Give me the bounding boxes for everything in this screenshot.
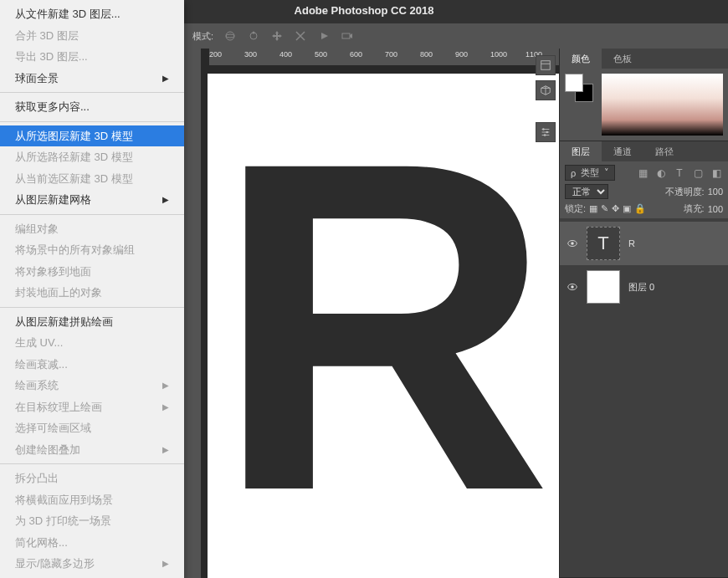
filter-shape-icon[interactable]: ▢ (691, 166, 705, 180)
menu-item-label: 简化网格... (15, 535, 68, 551)
menu-item[interactable]: 球面全景▶ (0, 68, 184, 90)
color-swatch[interactable] (565, 74, 593, 102)
menu-item-label: 从所选图层新建 3D 模型 (15, 128, 133, 145)
options-bar: 模式: (184, 23, 728, 49)
layer-name[interactable]: 图层 0 (628, 281, 721, 294)
orbit-3d-icon[interactable] (223, 29, 237, 43)
lock-artboard-icon[interactable]: ▣ (623, 203, 631, 214)
pan-3d-icon[interactable] (270, 29, 284, 43)
horizontal-ruler: 200300400500600700800900100011001200 (209, 49, 559, 65)
fill-label: 填充: (684, 202, 705, 215)
menu-divider (0, 121, 184, 122)
menu-item: 从 3D 图层生成工作路径 (0, 575, 184, 579)
menu-item: 选择可绘画区域 (0, 417, 184, 439)
menu-item: 为 3D 打印统一场景 (0, 510, 184, 532)
filter-image-icon[interactable]: ▦ (636, 166, 649, 180)
mode-label: 模式: (192, 30, 213, 43)
submenu-arrow-icon: ▶ (162, 443, 169, 456)
tab-color[interactable]: 颜色 (560, 49, 602, 69)
filter-smart-icon[interactable]: ◧ (710, 166, 723, 180)
svg-point-12 (542, 128, 545, 130)
tab-layers[interactable]: 图层 (560, 141, 602, 161)
layer-name[interactable]: R (628, 238, 721, 248)
fill-value[interactable]: 100 (708, 204, 723, 214)
menu-item: 从所选路径新建 3D 模型 (0, 146, 184, 168)
menu-item[interactable]: 从文件新建 3D 图层... (0, 3, 184, 25)
menu-item-label: 生成 UV... (15, 335, 63, 351)
canvas-area: 200300400500600700800900100011001200 R (184, 49, 559, 578)
blend-mode-dropdown[interactable]: 正常 (565, 184, 608, 199)
menu-item: 编组对象 (0, 218, 184, 240)
foreground-color[interactable] (565, 74, 583, 92)
app-title: Adobe Photoshop CC 2018 (295, 4, 434, 17)
document-canvas[interactable]: R (208, 74, 559, 578)
menu-item: 将对象移到地面 (0, 261, 184, 283)
menu-item-label: 导出 3D 图层... (15, 49, 88, 65)
menu-item-label: 在目标纹理上绘画 (15, 399, 102, 416)
ruler-tick: 400 (279, 50, 292, 59)
ruler-tick: 300 (244, 50, 257, 59)
tab-paths[interactable]: 路径 (643, 141, 685, 161)
scale-3d-icon[interactable] (317, 29, 331, 43)
menu-item[interactable]: 从图层新建拼贴绘画 (0, 311, 184, 333)
svg-point-18 (571, 285, 574, 289)
menu-item: 简化网格... (0, 532, 184, 554)
ruler-tick: 500 (315, 50, 327, 59)
menu-item-label: 获取更多内容... (15, 99, 90, 115)
menu-item-label: 将横截面应用到场景 (15, 492, 113, 509)
color-spectrum[interactable] (602, 74, 723, 136)
tab-swatches[interactable]: 色板 (602, 49, 643, 69)
svg-point-0 (226, 32, 234, 40)
layer-row[interactable]: TR (560, 222, 728, 265)
ruler-tick: 800 (420, 50, 433, 59)
ruler-tick: 700 (385, 50, 397, 59)
menu-item: 导出 3D 图层... (0, 46, 184, 68)
3d-icon[interactable] (536, 80, 556, 100)
camera-3d-icon[interactable] (341, 29, 354, 43)
filter-adjust-icon[interactable]: ◐ (654, 166, 668, 180)
slide-3d-icon[interactable] (294, 29, 307, 43)
menu-item-label: 从图层新建拼贴绘画 (15, 314, 113, 330)
menu-item-label: 将对象移到地面 (15, 263, 91, 280)
right-panels: 颜色 色板 图层 通道 路径 ρ 类型 ˅ ▦ ◐ (559, 49, 728, 578)
properties-icon[interactable] (536, 122, 556, 142)
menu-divider (0, 92, 184, 93)
ruler-tick: 600 (350, 50, 362, 59)
menu-item-label: 编组对象 (15, 221, 59, 238)
menu-item[interactable]: 获取更多内容... (0, 96, 184, 118)
layer-thumbnail[interactable] (587, 270, 620, 304)
menu-item-label: 从图层新建网格 (15, 192, 91, 208)
opacity-value[interactable]: 100 (708, 187, 723, 197)
ruler-corner (184, 49, 201, 65)
layers-panel-tabs: 图层 通道 路径 (560, 141, 728, 161)
menu-item-label: 从当前选区新建 3D 模型 (15, 171, 133, 187)
menu-item: 从当前选区新建 3D 模型 (0, 168, 184, 190)
3d-menu-dropdown: 从文件新建 3D 图层...合并 3D 图层导出 3D 图层...球面全景▶获取… (0, 0, 184, 578)
lock-all-icon[interactable]: 🔒 (634, 203, 646, 214)
canvas-text-letter: R (214, 92, 552, 560)
lock-brush-icon[interactable]: ✎ (601, 203, 608, 214)
menu-item-label: 创建绘图叠加 (15, 442, 80, 458)
layer-visibility-icon[interactable] (567, 281, 578, 293)
menu-item-label: 拆分凸出 (15, 470, 59, 487)
menu-item: 封装地面上的对象 (0, 282, 184, 304)
tab-channels[interactable]: 通道 (602, 141, 643, 161)
menu-item: 绘画衰减... (0, 354, 184, 376)
layer-visibility-icon[interactable] (567, 238, 578, 249)
svg-point-16 (571, 242, 574, 245)
menu-item[interactable]: 从所选图层新建 3D 模型 (0, 125, 184, 147)
filter-type-dropdown[interactable]: ρ 类型 ˅ (565, 165, 615, 181)
history-icon[interactable] (536, 55, 556, 75)
color-panel: 颜色 色板 (560, 49, 728, 141)
layer-row[interactable]: 图层 0 (560, 265, 728, 309)
menu-item[interactable]: 从图层新建网格▶ (0, 189, 184, 211)
layer-thumbnail[interactable]: T (587, 227, 620, 260)
layers-list: TR图层 0 (560, 218, 728, 577)
lock-transparent-icon[interactable]: ▦ (589, 203, 597, 214)
color-panel-body (560, 69, 728, 141)
menu-item: 显示/隐藏多边形▶ (0, 553, 184, 575)
menu-item: 创建绘图叠加▶ (0, 439, 184, 461)
filter-type-icon[interactable]: T (673, 166, 686, 180)
rotate-3d-icon[interactable] (247, 29, 260, 43)
lock-move-icon[interactable]: ✥ (612, 203, 619, 214)
